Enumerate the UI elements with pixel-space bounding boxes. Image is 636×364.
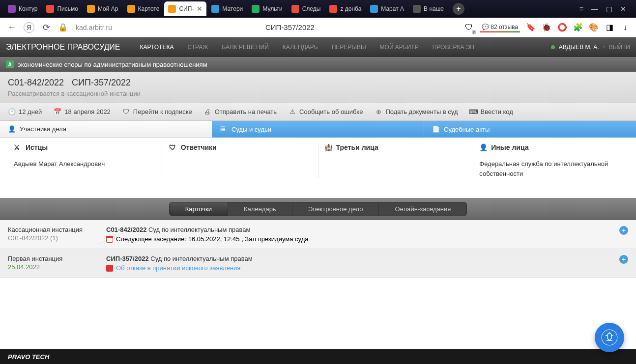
- days-indicator: 🕐 12 дней: [8, 108, 42, 116]
- browser-tab[interactable]: z донба: [325, 1, 365, 16]
- tab-label: Контур: [19, 5, 37, 12]
- browser-tab[interactable]: Марат А: [366, 1, 408, 16]
- reload-button[interactable]: ⟳: [40, 22, 52, 33]
- view-tab[interactable]: Карточки: [170, 202, 228, 216]
- category-text: экономические споры по административным …: [18, 61, 207, 68]
- browser-tab[interactable]: Картоте: [123, 1, 164, 16]
- tab-favicon-icon: [87, 5, 95, 13]
- calendar-small-icon: [106, 236, 113, 243]
- swords-icon: ⚔: [14, 143, 22, 151]
- browser-tab[interactable]: Матери: [207, 1, 247, 16]
- defendants-title: Ответчики: [181, 143, 217, 151]
- top-nav-item[interactable]: КАРТОТЕКА: [140, 44, 174, 51]
- enter-code-link[interactable]: ⌨ Ввести код: [470, 108, 513, 116]
- footer: PRAVO TECH: [0, 349, 636, 364]
- person-icon: 👤: [8, 125, 16, 133]
- top-nav-item[interactable]: ПЕРЕРЫВЫ: [332, 44, 366, 51]
- browser-tab[interactable]: В наше: [409, 1, 448, 16]
- top-nav-item[interactable]: СТРАЖ: [187, 44, 208, 51]
- sidebar-icon[interactable]: ◨: [605, 23, 614, 32]
- browser-tab[interactable]: Письмо: [42, 1, 82, 16]
- lock-icon: 🔒: [58, 23, 66, 32]
- tab-favicon-icon: [413, 5, 421, 13]
- instance-sub: 25.04.2022: [8, 263, 106, 271]
- tab-favicon-icon: [252, 5, 260, 13]
- page-title: СИП-357/2022: [122, 23, 458, 31]
- svg-point-0: [602, 330, 617, 345]
- tab-close-icon[interactable]: ✕: [197, 6, 202, 12]
- maximize-icon[interactable]: ▢: [606, 5, 612, 13]
- document-link[interactable]: Об отказе в принятии искового заявления: [116, 264, 240, 272]
- view-tab[interactable]: Электронное дело: [292, 202, 379, 216]
- floating-action-button[interactable]: [595, 323, 624, 352]
- ext3-icon[interactable]: 🧩: [573, 23, 583, 32]
- plaintiffs-title: Истцы: [26, 143, 48, 151]
- tab-label: Картоте: [138, 5, 160, 12]
- tab-label: СИП-: [179, 5, 194, 12]
- yandex-icon[interactable]: Я: [24, 22, 34, 33]
- printer-icon: 🖨: [204, 108, 212, 116]
- tab-courts[interactable]: 🏛 Суды и судьи: [212, 121, 424, 138]
- emblem-icon: [601, 329, 618, 346]
- report-link[interactable]: ⚠ Сообщить об ошибке: [289, 108, 363, 116]
- shield-check-icon: 🛡: [122, 108, 130, 116]
- browser-tab[interactable]: Следы: [288, 1, 325, 16]
- user-name[interactable]: АВДЫЕВ М. А.: [559, 44, 599, 51]
- close-window-icon[interactable]: ✕: [620, 5, 626, 13]
- logout-link[interactable]: ВЫЙТИ: [609, 44, 630, 51]
- tab-favicon-icon: [329, 5, 337, 13]
- tab-label: Следы: [302, 5, 321, 12]
- top-nav-item[interactable]: ПРОВЕРКА ЭП: [433, 44, 474, 51]
- browser-tab[interactable]: СИП-✕: [164, 1, 206, 16]
- shield-icon[interactable]: 🛡2: [464, 23, 474, 32]
- url-text[interactable]: kad.arbitr.ru: [72, 22, 116, 33]
- plus-circle-icon: ⊕: [375, 108, 382, 116]
- print-link[interactable]: 🖨 Отправить на печать: [204, 108, 277, 116]
- minimize-icon[interactable]: —: [591, 5, 598, 13]
- tab-label: Марат А: [381, 5, 404, 12]
- shield-icon: 🛡: [169, 143, 177, 151]
- browser-tab[interactable]: Мой Ар: [83, 1, 122, 16]
- tab-label: Мульти: [262, 5, 282, 12]
- case-row: Кассационная инстанцияС01-842/2022 (1)С0…: [0, 220, 636, 249]
- back-button[interactable]: ←: [6, 22, 18, 33]
- top-nav-item[interactable]: МОЙ АРБИТР: [380, 44, 419, 51]
- tab-favicon-icon: [46, 5, 54, 13]
- instance-title: Кассационная инстанция: [8, 226, 106, 233]
- site-top-nav: ЭЛЕКТРОННОЕ ПРАВОСУДИЕ КАРТОТЕКАСТРАЖБАН…: [0, 37, 636, 57]
- ext2-icon[interactable]: ⭕: [557, 23, 567, 32]
- case-row-left: Первая инстанция25.04.2022: [8, 255, 106, 271]
- user-icon: 👤: [479, 143, 487, 151]
- castle-icon: 🏰: [324, 143, 332, 151]
- case-row-left: Кассационная инстанцияС01-842/2022 (1): [8, 226, 106, 242]
- browser-tab[interactable]: Мульти: [248, 1, 286, 16]
- expand-row-button[interactable]: +: [619, 255, 628, 264]
- reviews-link[interactable]: 💬 82 отзыва: [480, 23, 520, 32]
- download-icon[interactable]: ↓: [620, 23, 630, 32]
- case-row: Первая инстанция25.04.2022СИП-357/2022 С…: [0, 249, 636, 278]
- ext1-icon[interactable]: 🐞: [542, 23, 551, 32]
- ext4-icon[interactable]: 🎨: [589, 23, 599, 32]
- submit-docs-link[interactable]: ⊕ Подать документы в суд: [375, 108, 458, 116]
- browser-tab-strip: КонтурПисьмоМой АрКартотеСИП-✕МатериМуль…: [0, 0, 636, 18]
- case-header: С01-842/2022 СИП-357/2022 Рассматриваетс…: [0, 72, 636, 103]
- tab-favicon-icon: [370, 5, 378, 13]
- top-nav-item[interactable]: БАНК РЕШЕНИЙ: [222, 44, 269, 51]
- bookmark-icon[interactable]: 🔖: [526, 23, 536, 32]
- view-tab[interactable]: Календарь: [228, 202, 292, 216]
- case-court-line: С01-842/2022 Суд по интеллектуальным пра…: [106, 226, 619, 233]
- tab-label: z донба: [340, 5, 361, 12]
- top-nav-item[interactable]: КАЛЕНДАРЬ: [283, 44, 318, 51]
- plaintiffs-column: ⚔ Истцы Авдыев Марат Александрович: [8, 143, 163, 178]
- case-detail-line: Следующее заседание: 16.05.2022, 12:45 ,…: [106, 235, 619, 243]
- view-tabs-bar: КарточкиКалендарьЭлектронное делоОнлайн-…: [0, 198, 636, 220]
- tab-participants[interactable]: 👤 Участники дела: [0, 121, 212, 138]
- tab-label: Мой Ар: [98, 5, 118, 12]
- expand-row-button[interactable]: +: [619, 226, 628, 235]
- menu-icon[interactable]: ≡: [579, 5, 583, 13]
- new-tab-button[interactable]: +: [453, 3, 464, 15]
- browser-tab[interactable]: Контур: [4, 1, 41, 16]
- view-tab[interactable]: Онлайн-заседания: [379, 202, 466, 216]
- subscribe-link[interactable]: 🛡 Перейти к подписке: [122, 108, 192, 116]
- tab-acts[interactable]: 📄 Судебные акты: [424, 121, 636, 138]
